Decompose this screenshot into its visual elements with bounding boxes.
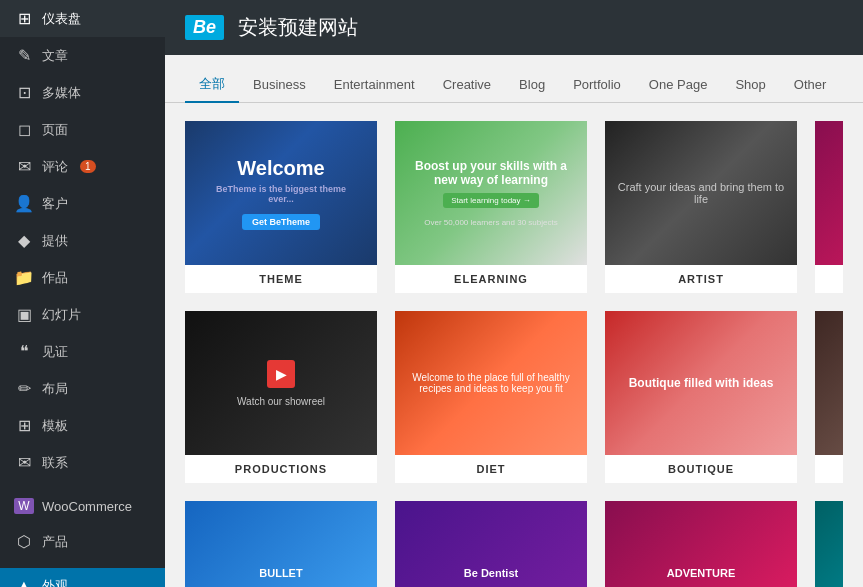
tab-shop[interactable]: Shop <box>721 69 779 102</box>
products-icon: ⬡ <box>14 532 34 551</box>
sidebar-item-customers[interactable]: 👤 客户 <box>0 185 165 222</box>
productions-thumbnail: ▶ Watch our showreel <box>185 311 377 455</box>
tab-portfolio[interactable]: Portfolio <box>559 69 635 102</box>
bottom1-thumbnail: BULLET <box>185 501 377 587</box>
elearning-thumbnail: Boost up your skills with a new way of l… <box>395 121 587 265</box>
sidebar-label-comments: 评论 <box>42 158 68 176</box>
sidebar-item-woocommerce[interactable]: W WooCommerce <box>0 489 165 523</box>
tab-all[interactable]: 全部 <box>185 67 239 103</box>
grid-item-boutique[interactable]: Boutique filled with ideas BOUTIQUE <box>605 311 797 483</box>
grid-item-partial-3[interactable] <box>815 501 843 587</box>
layout-icon: ✏ <box>14 379 34 398</box>
theme-sub-text: BeTheme is the biggest theme ever... <box>204 184 358 204</box>
sidebar-label-appearance: 外观 <box>42 577 68 587</box>
tab-blog[interactable]: Blog <box>505 69 559 102</box>
boutique-text: Boutique filled with ideas <box>629 376 774 390</box>
sidebar-label-pages: 页面 <box>42 121 68 139</box>
sidebar-label-posts: 文章 <box>42 47 68 65</box>
bottom2-thumbnail: Be Dentist <box>395 501 587 587</box>
diet-text: Welcome to the place full of healthy rec… <box>405 372 577 394</box>
main-content: Be 安装预建网站 全部 Business Entertainment Crea… <box>165 0 863 587</box>
sidebar-item-appearance[interactable]: ▲ 外观 <box>0 568 165 587</box>
grid-item-bottom2[interactable]: Be Dentist <box>395 501 587 587</box>
sidebar-label-offers: 提供 <box>42 232 68 250</box>
portfolio-icon: 📁 <box>14 268 34 287</box>
sidebar-item-dashboard[interactable]: ⊞ 仪表盘 <box>0 0 165 37</box>
partial-thumb-1 <box>815 121 843 265</box>
diet-thumbnail: Welcome to the place full of healthy rec… <box>395 311 587 455</box>
sidebar-label-layout: 布局 <box>42 380 68 398</box>
grid-item-productions[interactable]: ▶ Watch our showreel PRODUCTIONS <box>185 311 377 483</box>
sidebar-label-dashboard: 仪表盘 <box>42 10 81 28</box>
comments-icon: ✉ <box>14 157 34 176</box>
slideshow-icon: ▣ <box>14 305 34 324</box>
sidebar-item-testimonials[interactable]: ❝ 见证 <box>0 333 165 370</box>
sidebar-item-pages[interactable]: ◻ 页面 <box>0 111 165 148</box>
tab-onepage[interactable]: One Page <box>635 69 722 102</box>
artist-thumbnail: Craft your ideas and bring them to life <box>605 121 797 265</box>
grid-item-bottom1[interactable]: BULLET <box>185 501 377 587</box>
sidebar-label-customers: 客户 <box>42 195 68 213</box>
theme-welcome-text: Welcome <box>237 157 324 180</box>
bottom3-thumbnail: ADVENTURE <box>605 501 797 587</box>
grid-item-theme[interactable]: Welcome BeTheme is the biggest theme eve… <box>185 121 377 293</box>
grid-item-partial-2[interactable] <box>815 311 843 483</box>
theme-thumbnail: Welcome BeTheme is the biggest theme eve… <box>185 121 377 265</box>
bottom1-text: BULLET <box>259 567 302 579</box>
artist-label: ARTIST <box>605 265 797 293</box>
customers-icon: 👤 <box>14 194 34 213</box>
bottom3-text: ADVENTURE <box>667 567 735 579</box>
productions-text: Watch our showreel <box>237 396 325 407</box>
sidebar: ⊞ 仪表盘 ✎ 文章 ⊡ 多媒体 ◻ 页面 ✉ 评论 1 👤 客户 ◆ 提供 📁… <box>0 0 165 587</box>
theme-label: THEME <box>185 265 377 293</box>
sidebar-label-media: 多媒体 <box>42 84 81 102</box>
sidebar-item-products[interactable]: ⬡ 产品 <box>0 523 165 560</box>
sidebar-label-contact: 联系 <box>42 454 68 472</box>
sidebar-label-products: 产品 <box>42 533 68 551</box>
page-title: 安装预建网站 <box>238 14 358 41</box>
page-header: Be 安装预建网站 <box>165 0 863 55</box>
partial-thumb-3 <box>815 501 843 587</box>
productions-label: PRODUCTIONS <box>185 455 377 483</box>
tab-entertainment[interactable]: Entertainment <box>320 69 429 102</box>
sidebar-item-templates[interactable]: ⊞ 模板 <box>0 407 165 444</box>
offers-icon: ◆ <box>14 231 34 250</box>
partial-label-2 <box>815 455 843 471</box>
appearance-icon: ▲ <box>14 577 34 587</box>
sidebar-label-slideshow: 幻灯片 <box>42 306 81 324</box>
posts-icon: ✎ <box>14 46 34 65</box>
tab-business[interactable]: Business <box>239 69 320 102</box>
sidebar-label-testimonials: 见证 <box>42 343 68 361</box>
sidebar-label-portfolio: 作品 <box>42 269 68 287</box>
sidebar-label-templates: 模板 <box>42 417 68 435</box>
elearning-headline: Boost up your skills with a new way of l… <box>395 159 587 187</box>
media-icon: ⊡ <box>14 83 34 102</box>
grid-item-artist[interactable]: Craft your ideas and bring them to life … <box>605 121 797 293</box>
artist-text: Craft your ideas and bring them to life <box>615 181 787 205</box>
grid-item-elearning[interactable]: Boost up your skills with a new way of l… <box>395 121 587 293</box>
grid-item-bottom3[interactable]: ADVENTURE <box>605 501 797 587</box>
sidebar-item-comments[interactable]: ✉ 评论 1 <box>0 148 165 185</box>
boutique-label: BOUTIQUE <box>605 455 797 483</box>
sidebar-item-slideshow[interactable]: ▣ 幻灯片 <box>0 296 165 333</box>
diet-label: DIET <box>395 455 587 483</box>
partial-label-1 <box>815 265 843 281</box>
grid-item-partial-1[interactable] <box>815 121 843 293</box>
sidebar-item-posts[interactable]: ✎ 文章 <box>0 37 165 74</box>
sidebar-item-offers[interactable]: ◆ 提供 <box>0 222 165 259</box>
tab-creative[interactable]: Creative <box>429 69 505 102</box>
elearning-label: ELEARNING <box>395 265 587 293</box>
sidebar-item-layout[interactable]: ✏ 布局 <box>0 370 165 407</box>
comments-badge: 1 <box>80 160 96 173</box>
theme-cta: Get BeTheme <box>242 214 320 230</box>
sidebar-item-contact[interactable]: ✉ 联系 <box>0 444 165 481</box>
sidebar-label-woocommerce: WooCommerce <box>42 499 132 514</box>
sidebar-item-media[interactable]: ⊡ 多媒体 <box>0 74 165 111</box>
tab-other[interactable]: Other <box>780 69 841 102</box>
grid-item-diet[interactable]: Welcome to the place full of healthy rec… <box>395 311 587 483</box>
be-logo: Be <box>185 15 224 40</box>
sidebar-item-portfolio[interactable]: 📁 作品 <box>0 259 165 296</box>
play-button: ▶ <box>267 360 295 388</box>
elearning-cta: Start learning today → <box>443 193 539 208</box>
testimonials-icon: ❝ <box>14 342 34 361</box>
